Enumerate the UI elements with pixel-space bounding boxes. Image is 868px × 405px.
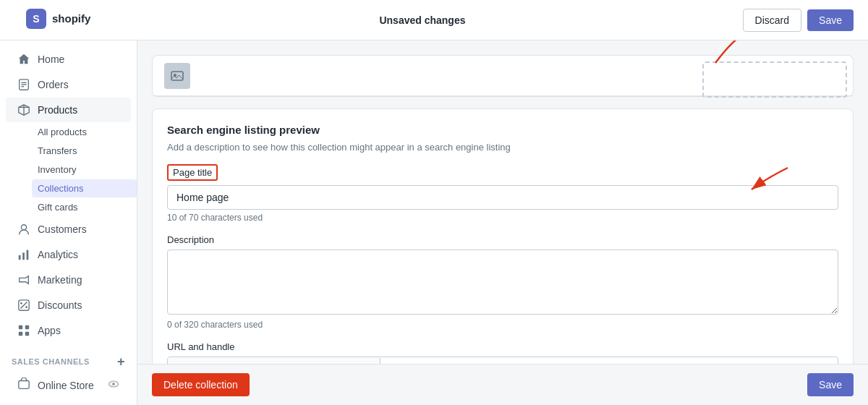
description-textarea[interactable] [167, 250, 838, 315]
page-title-group: Page title 10 of 70 characters used [167, 164, 838, 223]
discounts-label: Discounts [38, 299, 82, 311]
svg-rect-23 [171, 72, 183, 80]
home-icon [17, 53, 30, 66]
apps-icon [17, 324, 30, 337]
discounts-icon [17, 299, 30, 312]
sidebar-item-orders[interactable]: Orders [6, 72, 131, 97]
discard-button[interactable]: Discard [743, 9, 801, 32]
sales-channels-section: SALES CHANNELS + [0, 344, 137, 371]
sidebar-item-collections[interactable]: Collections [32, 179, 137, 197]
topbar-actions: Discard Save [743, 9, 854, 32]
topbar-title: Unsaved changes [379, 14, 465, 26]
sidebar-item-online-store[interactable]: Online Store [6, 372, 131, 398]
sidebar-item-home[interactable]: Home [6, 47, 131, 72]
sidebar-item-all-products[interactable]: All products [32, 123, 137, 141]
svg-point-21 [112, 383, 115, 385]
url-suffix[interactable]: frontpage [380, 357, 838, 364]
svg-rect-15 [19, 325, 22, 329]
svg-rect-8 [19, 255, 21, 260]
description-group: Description 0 of 320 characters used [167, 234, 838, 330]
product-image-placeholder [164, 63, 190, 89]
page-title-char-count: 10 of 70 characters used [167, 213, 838, 223]
image-preview-card [152, 55, 854, 97]
svg-point-7 [21, 225, 26, 230]
dashed-placeholder [702, 61, 847, 98]
sidebar-item-inventory[interactable]: Inventory [32, 161, 137, 179]
main-content: Search engine listing preview Add a desc… [137, 40, 868, 364]
seo-card-subtitle: Add a description to see how this collec… [167, 142, 838, 153]
add-sales-channel-button[interactable]: + [117, 355, 125, 368]
sidebar-item-customers[interactable]: Customers [6, 217, 131, 242]
customers-label: Customers [38, 223, 87, 235]
page-title-input[interactable] [167, 185, 838, 210]
sidebar-item-transfers[interactable]: Transfers [32, 142, 137, 160]
url-input-group: https://avada-demo.myshopify.com/collect… [167, 357, 838, 364]
bottom-bar: Delete collection Save [137, 364, 868, 405]
seo-card-body: Search engine listing preview Add a desc… [153, 109, 853, 364]
save-top-button[interactable]: Save [807, 9, 854, 31]
delete-collection-button[interactable]: Delete collection [152, 373, 250, 396]
seo-card: Search engine listing preview Add a desc… [152, 108, 854, 364]
products-label: Products [38, 104, 77, 116]
analytics-label: Analytics [38, 249, 78, 260]
sidebar: Home Orders Products [0, 40, 137, 405]
customers-icon [17, 223, 30, 236]
sidebar-item-marketing[interactable]: Marketing [6, 268, 131, 292]
svg-rect-9 [22, 252, 25, 260]
products-subitems: All products Transfers Inventory Collect… [0, 123, 137, 216]
seo-card-title: Search engine listing preview [167, 124, 838, 136]
svg-rect-19 [19, 381, 29, 389]
svg-rect-17 [19, 332, 22, 336]
save-bottom-button[interactable]: Save [807, 373, 854, 396]
eye-icon[interactable] [108, 378, 119, 392]
svg-point-14 [25, 306, 27, 308]
svg-rect-16 [25, 325, 29, 329]
url-handle-label: URL and handle [167, 341, 838, 352]
online-store-icon [17, 378, 30, 393]
svg-rect-10 [27, 250, 29, 260]
analytics-icon [17, 248, 30, 261]
svg-point-13 [20, 302, 22, 304]
logo-area: S shopify [14, 3, 102, 38]
orders-label: Orders [38, 79, 69, 90]
url-prefix: https://avada-demo.myshopify.com/collect… [168, 358, 380, 364]
shopify-logo-icon: S [26, 9, 46, 29]
sales-channels-label: SALES CHANNELS [12, 357, 90, 366]
apps-label: Apps [38, 325, 61, 336]
sidebar-item-discounts[interactable]: Discounts [6, 293, 131, 317]
url-handle-group: URL and handle https://avada-demo.myshop… [167, 341, 838, 364]
description-label: Description [167, 234, 838, 245]
description-char-count: 0 of 320 characters used [167, 320, 838, 330]
orders-icon [17, 78, 30, 91]
marketing-icon [17, 273, 30, 286]
products-icon [17, 103, 30, 116]
svg-rect-18 [25, 332, 29, 336]
topbar: S shopify Unsaved changes Discard Save [0, 0, 868, 40]
sidebar-item-analytics[interactable]: Analytics [6, 242, 131, 267]
page-title-label: Page title [167, 164, 218, 181]
home-label: Home [38, 54, 64, 65]
online-store-label: Online Store [38, 380, 94, 391]
sidebar-item-gift-cards[interactable]: Gift cards [32, 198, 137, 216]
sidebar-item-apps[interactable]: Apps [6, 318, 131, 343]
main-area: Search engine listing preview Add a desc… [137, 40, 868, 405]
sidebar-item-products[interactable]: Products [6, 98, 131, 122]
marketing-label: Marketing [38, 274, 82, 286]
logo-text: shopify [52, 12, 90, 25]
